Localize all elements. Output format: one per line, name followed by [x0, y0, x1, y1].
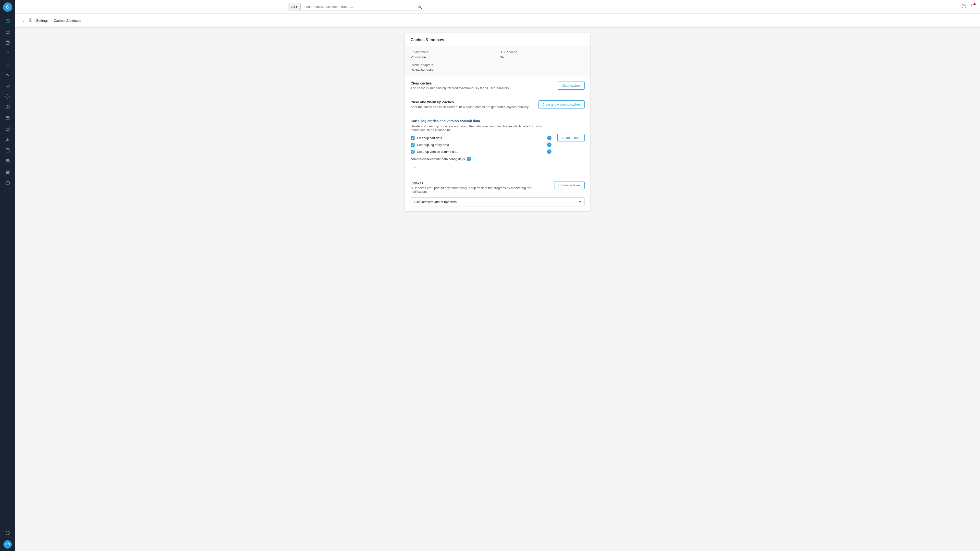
help-icon-button[interactable] — [961, 4, 966, 10]
checkbox-version-row: Cleanup version commit data ? — [410, 149, 552, 154]
cleanup-button-container: Cleanup data — [557, 119, 585, 142]
topbar: All ▾ 🔍 — [15, 0, 980, 14]
page-content: Caches & indexes Environment Production … — [399, 33, 596, 211]
svg-rect-16 — [6, 159, 9, 163]
indexes-dropdown[interactable]: Skip indexers and/or updaters ▾ — [410, 197, 585, 206]
checkbox-version-label: Cleanup version commit data — [417, 150, 458, 154]
config-days-section: compra-clear-commit-data.config.days ? — [410, 157, 523, 171]
chevron-down-icon: ▾ — [296, 5, 298, 9]
svg-point-23 — [30, 20, 31, 21]
cleanup-data-button[interactable]: Cleanup data — [557, 134, 585, 142]
cleanup-section: Carts, log entries and version commit da… — [405, 114, 590, 176]
clear-caches-title: Clear caches — [410, 81, 510, 85]
sidebar-item-table3[interactable] — [3, 178, 12, 187]
sidebar-item-orders[interactable] — [3, 27, 12, 36]
clear-warm-caches-button[interactable]: Clear and warm up caches — [538, 100, 585, 108]
back-button[interactable]: ‹ — [21, 18, 25, 23]
environment-item: Environment Production — [410, 50, 496, 59]
update-indexes-container: Update indexes — [554, 181, 585, 189]
content-area: Caches & indexes Environment Production … — [15, 28, 980, 551]
version-info-icon[interactable]: ? — [547, 149, 552, 154]
sidebar: G CG — [0, 0, 15, 551]
checkbox-version[interactable] — [410, 149, 415, 154]
notifications-button[interactable] — [970, 4, 975, 10]
checkbox-version-left: Cleanup version commit data — [410, 149, 458, 154]
sidebar-item-products[interactable] — [3, 38, 12, 47]
indexes-dropdown-label: Skip indexers and/or updaters — [414, 200, 457, 204]
chevron-down-icon: ▾ — [579, 200, 581, 204]
checkbox-log-row: Cleanup log entry data ? — [410, 143, 552, 147]
cache-adapters-item: Cache adapters CacheDecorator — [410, 63, 496, 72]
search-type-button[interactable]: All ▾ — [288, 3, 301, 10]
sidebar-item-table1[interactable] — [3, 157, 12, 165]
sidebar-item-customers[interactable] — [3, 49, 12, 58]
http-cache-label: HTTP cache — [500, 50, 585, 54]
main-area: All ▾ 🔍 ‹ Settings › Caches & indexes — [15, 0, 980, 551]
environment-value: Production — [410, 56, 426, 59]
notification-badge — [974, 3, 975, 5]
sidebar-item-marketing[interactable] — [3, 70, 12, 79]
sidebar-item-support[interactable] — [3, 81, 12, 90]
svg-point-21 — [962, 4, 966, 8]
search-input[interactable] — [301, 3, 414, 10]
search-button[interactable]: 🔍 — [414, 3, 425, 11]
sidebar-item-analytics2[interactable] — [3, 124, 12, 133]
log-info-icon[interactable]: ? — [547, 143, 552, 147]
breadcrumb-separator: › — [51, 18, 52, 23]
app-logo[interactable]: G — [3, 2, 12, 12]
sidebar-item-table2[interactable] — [3, 167, 12, 176]
svg-rect-1 — [6, 30, 9, 33]
clear-warm-caches-title: Clear and warm up caches — [410, 100, 529, 104]
cart-info-icon[interactable]: ? — [547, 136, 552, 140]
breadcrumb-parent[interactable]: Settings — [36, 19, 49, 22]
user-avatar[interactable]: CG — [3, 540, 12, 549]
cleanup-desc: Delete and clean up unnecessary data in … — [410, 124, 552, 132]
sidebar-item-store[interactable] — [3, 146, 12, 155]
config-label: compra-clear-commit-data.config.days ? — [410, 157, 523, 161]
sidebar-item-lists[interactable] — [3, 60, 12, 68]
search-container: All ▾ 🔍 — [288, 3, 425, 11]
config-info-icon[interactable]: ? — [467, 157, 471, 161]
svg-rect-15 — [6, 127, 9, 130]
indexes-title: Indexes — [410, 181, 548, 185]
clear-warm-caches-row: Clear and warm up caches After the cache… — [405, 95, 590, 114]
clear-caches-row: Clear caches The cache is immediately cl… — [405, 76, 590, 95]
breadcrumb-current: Caches & indexes — [54, 19, 81, 22]
checkbox-cart-label: Cleanup cart data — [417, 136, 442, 140]
checkbox-log[interactable] — [410, 143, 415, 147]
breadcrumb-bar: ‹ Settings › Caches & indexes — [15, 14, 980, 28]
svg-rect-14 — [6, 116, 9, 120]
clear-caches-desc: The cache is immediately cleared synchro… — [410, 86, 510, 90]
clear-caches-button[interactable]: Clear caches — [558, 81, 585, 90]
clear-warm-caches-desc: After the cache has been cleared, new ca… — [410, 105, 529, 109]
clear-warm-caches-text: Clear and warm up caches After the cache… — [410, 100, 529, 109]
svg-rect-18 — [6, 182, 10, 184]
sidebar-item-help[interactable] — [3, 529, 12, 537]
sidebar-item-dashboard[interactable] — [3, 17, 12, 25]
topbar-actions — [961, 4, 975, 10]
clear-caches-text: Clear caches The cache is immediately cl… — [410, 81, 510, 90]
sidebar-item-analytics3[interactable] — [3, 135, 12, 144]
cache-adapters-label: Cache adapters — [410, 63, 496, 67]
checkbox-cart[interactable] — [410, 136, 415, 140]
svg-point-10 — [7, 96, 8, 97]
checkbox-log-label: Cleanup log entry data — [417, 143, 449, 147]
breadcrumb-settings-icon[interactable] — [27, 17, 34, 24]
main-card: Caches & indexes Environment Production … — [404, 33, 591, 211]
svg-point-3 — [7, 52, 8, 53]
checkbox-cart-left: Cleanup cart data — [410, 136, 442, 140]
cleanup-title: Carts, log entries and version commit da… — [410, 119, 552, 123]
indexes-desc: All indexes are updated asynchronously. … — [410, 186, 548, 194]
sidebar-item-analytics1[interactable] — [3, 114, 12, 122]
checkbox-log-left: Cleanup log entry data — [410, 143, 449, 147]
info-section: Environment Production HTTP cache On Cac… — [405, 46, 590, 76]
update-indexes-button[interactable]: Update indexes — [554, 181, 585, 189]
indexes-section: Indexes All indexes are updated asynchro… — [405, 176, 590, 211]
environment-label: Environment — [410, 50, 496, 54]
sidebar-item-settings[interactable] — [3, 92, 12, 101]
http-cache-value: On — [500, 56, 504, 59]
config-days-input[interactable] — [410, 163, 523, 171]
svg-rect-17 — [6, 170, 9, 174]
sidebar-item-add[interactable] — [3, 103, 12, 112]
http-cache-item: HTTP cache On — [500, 50, 585, 59]
